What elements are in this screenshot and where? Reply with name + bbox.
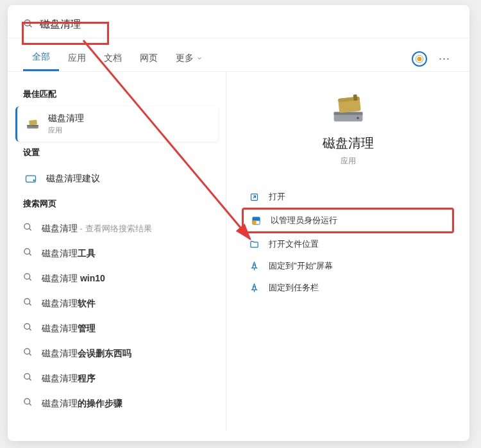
action-pin-taskbar[interactable]: 固定到任务栏	[242, 277, 454, 299]
search-icon	[23, 347, 33, 360]
svg-point-15	[24, 299, 30, 304]
section-search-web: 搜索网页	[23, 198, 210, 210]
action-open-location[interactable]: 打开文件位置	[242, 233, 454, 255]
tab-apps[interactable]: 应用	[59, 47, 95, 71]
folder-icon	[248, 238, 260, 250]
svg-line-22	[29, 378, 31, 380]
search-icon	[23, 222, 33, 235]
preview-title: 磁盘清理	[242, 135, 454, 152]
search-query: 磁盘清理	[40, 18, 81, 31]
tab-docs[interactable]: 文档	[95, 47, 131, 71]
shield-icon	[250, 215, 262, 226]
preview-icon	[242, 94, 454, 124]
search-icon	[23, 297, 33, 310]
web-suggestion-7[interactable]: 磁盘清理的操作步骤	[15, 391, 218, 416]
web-suggestion-5[interactable]: 磁盘清理会误删东西吗	[15, 341, 218, 366]
section-settings: 设置	[23, 147, 210, 158]
svg-point-19	[24, 349, 30, 354]
settings-item[interactable]: 磁盘清理建议	[15, 165, 218, 193]
content-area: 最佳匹配 磁盘清理 应用 设置 磁盘清理建议 搜索网页	[8, 72, 469, 431]
search-bar[interactable]: 磁盘清理	[8, 5, 469, 38]
search-window: 磁盘清理 全部 应用 文档 网页 更多 ··· 最佳匹配 磁盘清理 应用	[8, 5, 469, 441]
svg-point-21	[24, 374, 30, 379]
web-suggestion-0[interactable]: 磁盘清理 - 查看网络搜索结果	[15, 216, 218, 241]
action-pin-start[interactable]: 固定到"开始"屏幕	[242, 255, 454, 277]
svg-line-16	[29, 303, 31, 305]
search-icon	[23, 247, 33, 260]
svg-point-23	[24, 399, 30, 404]
left-panel: 最佳匹配 磁盘清理 应用 设置 磁盘清理建议 搜索网页	[8, 72, 226, 431]
search-icon	[23, 397, 33, 410]
svg-point-2	[417, 56, 421, 61]
disk-icon	[23, 171, 38, 187]
svg-line-18	[29, 328, 31, 330]
action-run-admin[interactable]: 以管理员身份运行	[242, 208, 454, 233]
web-suggestion-2[interactable]: 磁盘清理 win10	[15, 266, 218, 291]
svg-line-20	[29, 353, 31, 355]
svg-point-8	[33, 180, 35, 181]
web-suggestion-4[interactable]: 磁盘清理管理	[15, 316, 218, 341]
web-suggestion-3[interactable]: 磁盘清理软件	[15, 291, 218, 316]
more-options-icon[interactable]: ···	[435, 52, 454, 65]
pin-icon	[248, 260, 260, 272]
svg-rect-30	[353, 94, 357, 101]
best-match-title: 磁盘清理	[48, 113, 84, 124]
disk-cleanup-icon	[25, 117, 40, 132]
svg-point-17	[24, 324, 30, 329]
svg-rect-5	[27, 125, 38, 126]
action-open[interactable]: 打开	[242, 186, 454, 208]
svg-line-24	[29, 403, 31, 405]
tabs-row: 全部 应用 文档 网页 更多 ···	[8, 38, 469, 72]
search-icon	[23, 272, 33, 285]
svg-line-14	[29, 278, 31, 280]
web-suggestion-1[interactable]: 磁盘清理工具	[15, 241, 218, 266]
svg-point-9	[24, 224, 30, 229]
rewards-badge-icon[interactable]	[412, 51, 427, 67]
pin-icon	[248, 282, 260, 294]
tab-all[interactable]: 全部	[23, 46, 59, 71]
best-match-sub: 应用	[48, 126, 84, 135]
svg-line-1	[30, 25, 31, 27]
svg-point-27	[357, 117, 359, 119]
preview-sub: 应用	[242, 156, 454, 167]
settings-item-title: 磁盘清理建议	[46, 173, 100, 185]
web-suggestion-6[interactable]: 磁盘清理程序	[15, 366, 218, 391]
section-best-match: 最佳匹配	[23, 88, 210, 100]
right-panel: 磁盘清理 应用 打开 以管理员身份运行 打开文件位置 固定到"开始"屏幕	[226, 72, 469, 431]
svg-point-0	[24, 20, 30, 26]
best-match-item[interactable]: 磁盘清理 应用	[15, 106, 218, 142]
action-list: 打开 以管理员身份运行 打开文件位置 固定到"开始"屏幕 固定到任务栏	[242, 186, 454, 299]
svg-line-10	[29, 228, 31, 230]
search-icon	[23, 322, 33, 335]
svg-rect-26	[333, 112, 362, 115]
svg-point-11	[24, 249, 30, 254]
tab-web[interactable]: 网页	[131, 47, 167, 71]
svg-line-12	[29, 253, 31, 255]
open-icon	[248, 191, 260, 203]
search-icon	[23, 372, 33, 385]
svg-point-13	[24, 274, 30, 279]
svg-rect-6	[29, 119, 37, 125]
tab-more[interactable]: 更多	[167, 47, 212, 71]
search-icon	[23, 19, 33, 31]
